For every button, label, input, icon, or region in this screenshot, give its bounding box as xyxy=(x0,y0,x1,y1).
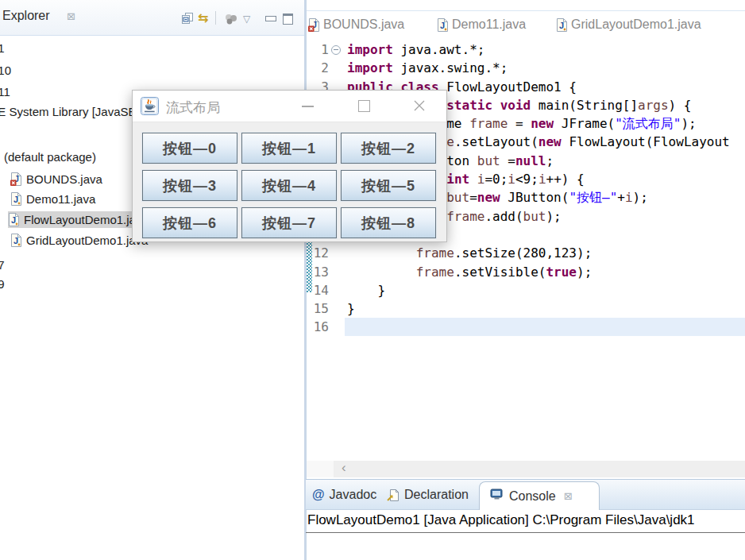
code-line: import javax.swing.*; xyxy=(347,59,730,77)
explorer-item-label: b10 xyxy=(0,64,11,77)
toolbar-separator xyxy=(215,11,216,25)
tab-declaration-label: Declaration xyxy=(404,488,469,502)
svg-text:J: J xyxy=(14,236,18,245)
window-close-icon[interactable] xyxy=(414,100,425,111)
tab-console[interactable]: Console ⊠ xyxy=(479,481,600,510)
flowlayout-button[interactable]: 按钮—7 xyxy=(241,207,337,238)
flowlayout-button[interactable]: 按钮—6 xyxy=(142,207,237,238)
eclipse-workbench: Explorer ⊠ ⇆ ▽ b1b10b11JRE System Librar… xyxy=(0,0,745,560)
minimize-view-icon[interactable] xyxy=(265,16,276,21)
svg-text:J: J xyxy=(14,195,18,204)
explorer-header: Explorer ⊠ ⇆ ▽ xyxy=(0,0,304,36)
code-line xyxy=(347,318,730,336)
swing-window-title: 流式布局 xyxy=(166,98,220,117)
focus-task-icon[interactable] xyxy=(224,14,238,28)
tab-declaration[interactable]: Declaration xyxy=(387,485,469,504)
java-error-file-icon: J xyxy=(10,172,22,186)
explorer-item[interactable]: JBOUNDS.java xyxy=(10,171,102,187)
view-menu-icon[interactable]: ▽ xyxy=(243,14,250,25)
line-number: 16 xyxy=(306,318,329,336)
explorer-item-label: b1 xyxy=(0,41,5,55)
svg-text:J: J xyxy=(559,21,564,30)
explorer-item-label: BOUNDS.java xyxy=(26,172,102,186)
flowlayout-button-grid: 按钮—0按钮—1按钮—2按钮—3按钮—4按钮—5按钮—6按钮—7按钮—8 xyxy=(142,133,436,238)
editor-tab-label: GridLayoutDemo1.java xyxy=(571,17,701,32)
code-line: frame.setSize(280,123); xyxy=(347,244,730,262)
fold-collapse-icon[interactable] xyxy=(331,45,341,55)
editor-horizontal-scrollbar[interactable] xyxy=(307,461,745,477)
explorer-item-label: b11 xyxy=(0,85,10,98)
explorer-item[interactable]: JGridLayoutDemo1.java xyxy=(10,232,148,249)
explorer-tab[interactable]: Explorer xyxy=(2,9,50,23)
code-line: } xyxy=(347,281,730,299)
editor-top-border xyxy=(307,10,745,11)
explorer-item-label: b9 xyxy=(0,277,5,291)
java-file-icon: J xyxy=(556,18,568,32)
flowlayout-button[interactable]: 按钮—2 xyxy=(341,133,436,164)
explorer-item[interactable]: b1 xyxy=(0,40,5,56)
explorer-tab-close-icon[interactable]: ⊠ xyxy=(67,10,75,22)
quick-diff-change-marker xyxy=(307,238,312,292)
svg-text:J: J xyxy=(11,215,16,225)
explorer-item[interactable]: b9 xyxy=(0,276,5,292)
explorer-item[interactable]: b10 xyxy=(0,62,11,79)
explorer-item[interactable]: JDemo11.java xyxy=(10,191,95,207)
code-line: import java.awt.*; xyxy=(347,41,730,59)
flowlayout-button[interactable]: 按钮—0 xyxy=(142,133,237,164)
editor-tab-label: BOUNDS.java xyxy=(323,17,404,32)
line-number: 15 xyxy=(306,299,329,318)
explorer-item-label: GridLayoutDemo1.java xyxy=(26,234,148,247)
line-number: 2 xyxy=(306,59,329,77)
console-tab-close-icon[interactable]: ⊠ xyxy=(564,490,573,502)
javadoc-icon: @ xyxy=(312,488,325,502)
java-error-file-icon: J xyxy=(308,18,320,32)
explorer-item-label: b7 xyxy=(0,258,5,272)
java-file-icon: J xyxy=(10,192,22,206)
java-file-icon: J xyxy=(8,213,20,226)
collapse-all-icon[interactable] xyxy=(181,13,195,28)
maximize-view-icon[interactable] xyxy=(283,14,293,25)
editor-tab-label: Demo11.java xyxy=(452,17,526,32)
java-app-icon xyxy=(141,97,159,118)
console-icon xyxy=(490,489,504,504)
editor-tab[interactable]: JGridLayoutDemo1.java xyxy=(556,14,701,35)
java-file-icon: J xyxy=(437,18,449,32)
link-with-editor-icon[interactable]: ⇆ xyxy=(198,10,208,25)
line-number: 1 xyxy=(306,41,329,59)
declaration-icon xyxy=(387,489,400,502)
window-maximize-icon[interactable] xyxy=(358,100,370,112)
explorer-item-label: FlowLayoutDemo1.java xyxy=(24,213,149,226)
java-file-icon: J xyxy=(10,234,22,247)
swing-window[interactable]: 流式布局 按钮—0按钮—1按钮—2按钮—3按钮—4按钮—5按钮—6按钮—7按钮—… xyxy=(132,90,447,242)
flowlayout-button[interactable]: 按钮—8 xyxy=(341,207,436,238)
flowlayout-button[interactable]: 按钮—5 xyxy=(341,170,436,201)
explorer-item-label: Demo11.java xyxy=(26,192,95,206)
explorer-item[interactable]: b7 xyxy=(0,257,5,273)
tab-javadoc-label: Javadoc xyxy=(330,488,377,502)
swing-window-titlebar[interactable]: 流式布局 xyxy=(133,91,446,122)
editor-tab[interactable]: JBOUNDS.java xyxy=(308,14,404,35)
editor-tab[interactable]: JDemo11.java xyxy=(437,14,526,35)
scroll-left-arrow-icon[interactable]: ‹ xyxy=(342,460,346,476)
explorer-item-label: (default package) xyxy=(4,150,96,164)
console-label-underline xyxy=(306,532,745,533)
code-line: } xyxy=(347,299,730,318)
tab-javadoc[interactable]: @ Javadoc xyxy=(312,485,376,504)
svg-text:J: J xyxy=(440,21,445,30)
code-line: frame.setVisible(true); xyxy=(347,263,730,281)
window-minimize-icon[interactable] xyxy=(302,106,314,107)
scrollbar-corner xyxy=(307,461,334,477)
explorer-item[interactable]: (default package) xyxy=(4,149,96,165)
flowlayout-button[interactable]: 按钮—1 xyxy=(241,133,337,164)
flowlayout-button[interactable]: 按钮—3 xyxy=(142,170,237,201)
flowlayout-button[interactable]: 按钮—4 xyxy=(241,170,337,201)
tab-console-label: Console xyxy=(509,489,556,504)
console-process-label: FlowLayoutDemo1 [Java Application] C:\Pr… xyxy=(307,512,745,528)
explorer-item[interactable]: b11 xyxy=(0,83,10,100)
